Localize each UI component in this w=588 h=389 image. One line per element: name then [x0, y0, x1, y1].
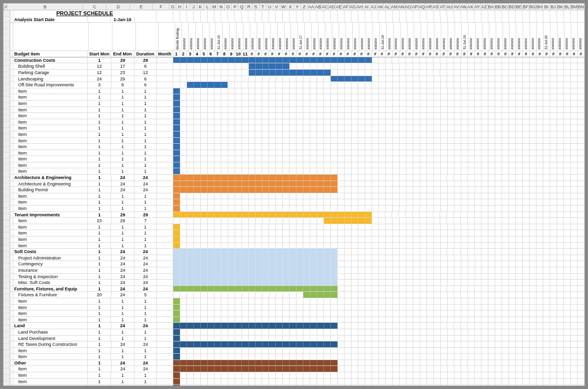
- cell[interactable]: [256, 218, 263, 224]
- cell[interactable]: [406, 249, 413, 255]
- cell[interactable]: [400, 10, 406, 17]
- cell[interactable]: [262, 144, 269, 150]
- cell[interactable]: [516, 206, 523, 212]
- cell[interactable]: 1: [111, 113, 134, 119]
- cell[interactable]: 1: [88, 261, 111, 267]
- cell[interactable]: [434, 162, 441, 169]
- cell[interactable]: [550, 144, 557, 150]
- column-header[interactable]: AQ: [419, 3, 426, 10]
- cell[interactable]: [454, 107, 461, 113]
- cell[interactable]: [393, 280, 400, 286]
- cell[interactable]: [310, 317, 317, 323]
- cell[interactable]: [338, 255, 345, 261]
- gantt-bar-cell[interactable]: [180, 360, 187, 366]
- cell[interactable]: [440, 10, 447, 17]
- gantt-bar-cell[interactable]: [187, 341, 194, 348]
- cell[interactable]: [468, 243, 475, 249]
- cell[interactable]: [372, 341, 379, 348]
- cell[interactable]: [509, 193, 516, 200]
- cell[interactable]: [296, 354, 303, 360]
- cell[interactable]: [351, 280, 358, 286]
- task-row[interactable]: Building Shell12176: [10, 63, 585, 70]
- cell[interactable]: [379, 168, 386, 175]
- cell[interactable]: [488, 199, 495, 206]
- cell[interactable]: [249, 305, 256, 311]
- cell[interactable]: [201, 138, 208, 144]
- cell[interactable]: [509, 305, 516, 311]
- cell[interactable]: [516, 156, 523, 162]
- cell[interactable]: [475, 150, 481, 156]
- cell[interactable]: [351, 131, 358, 138]
- cell[interactable]: [194, 168, 201, 175]
- cell[interactable]: [420, 317, 427, 323]
- cell[interactable]: [255, 138, 262, 144]
- cell[interactable]: 1: [88, 372, 111, 379]
- row-header[interactable]: [3, 60, 10, 66]
- cell[interactable]: [269, 193, 276, 200]
- cell[interactable]: [454, 348, 461, 354]
- cell[interactable]: [441, 181, 448, 187]
- gantt-bar-cell[interactable]: [290, 255, 296, 261]
- cell[interactable]: [578, 10, 585, 17]
- cell[interactable]: [509, 236, 516, 243]
- cell[interactable]: [393, 168, 400, 175]
- column-header[interactable]: AC: [321, 3, 328, 10]
- cell[interactable]: [420, 206, 427, 212]
- cell[interactable]: [495, 138, 502, 144]
- cell[interactable]: [523, 360, 530, 366]
- cell[interactable]: [481, 156, 488, 162]
- cell[interactable]: [351, 236, 358, 243]
- cell[interactable]: [303, 348, 310, 354]
- cell[interactable]: [530, 267, 536, 274]
- cell[interactable]: [420, 125, 427, 131]
- cell[interactable]: [208, 63, 214, 70]
- cell[interactable]: [365, 317, 372, 323]
- cell[interactable]: [194, 150, 201, 156]
- cell[interactable]: [420, 57, 427, 64]
- cell[interactable]: [262, 162, 269, 169]
- cell[interactable]: [194, 348, 201, 354]
- cell[interactable]: [550, 379, 557, 385]
- column-header[interactable]: T: [260, 3, 267, 10]
- cell[interactable]: [317, 298, 324, 305]
- cell[interactable]: Item: [13, 385, 88, 386]
- cell[interactable]: [262, 298, 269, 305]
- cell[interactable]: [303, 88, 310, 95]
- cell[interactable]: [481, 354, 488, 360]
- gantt-bar-cell[interactable]: [173, 88, 180, 95]
- cell[interactable]: [400, 224, 406, 231]
- cell[interactable]: [427, 57, 433, 64]
- cell[interactable]: [358, 63, 365, 70]
- gantt-bar-cell[interactable]: [296, 323, 303, 329]
- gantt-bar-cell[interactable]: [310, 366, 317, 372]
- cell[interactable]: 1: [88, 298, 111, 305]
- cell[interactable]: [495, 230, 502, 236]
- gantt-bar-cell[interactable]: [235, 286, 242, 292]
- cell[interactable]: [269, 94, 276, 101]
- cell[interactable]: [283, 101, 290, 107]
- cell[interactable]: [214, 236, 221, 243]
- task-row[interactable]: Item111: [10, 144, 585, 150]
- cell[interactable]: [461, 224, 468, 231]
- cell[interactable]: [208, 385, 214, 386]
- gantt-bar-cell[interactable]: [351, 218, 358, 224]
- cell[interactable]: [454, 354, 461, 360]
- cell[interactable]: [420, 224, 427, 231]
- cell[interactable]: [249, 138, 256, 144]
- cell[interactable]: [208, 162, 214, 169]
- cell[interactable]: [441, 187, 448, 193]
- column-header[interactable]: J: [190, 3, 197, 10]
- timeline-month-header[interactable]: 31-Jul-17: [298, 23, 305, 51]
- cell[interactable]: [157, 336, 173, 342]
- cell[interactable]: [296, 162, 303, 169]
- cell[interactable]: [338, 82, 345, 88]
- cell[interactable]: [461, 107, 468, 113]
- cell[interactable]: [386, 125, 393, 131]
- cell[interactable]: [208, 243, 214, 249]
- cell[interactable]: [441, 286, 448, 292]
- cell[interactable]: Duration: [134, 51, 157, 57]
- cell[interactable]: [194, 385, 201, 386]
- cell[interactable]: [481, 119, 488, 126]
- cell[interactable]: [454, 193, 461, 200]
- gantt-bar-cell[interactable]: [235, 212, 242, 218]
